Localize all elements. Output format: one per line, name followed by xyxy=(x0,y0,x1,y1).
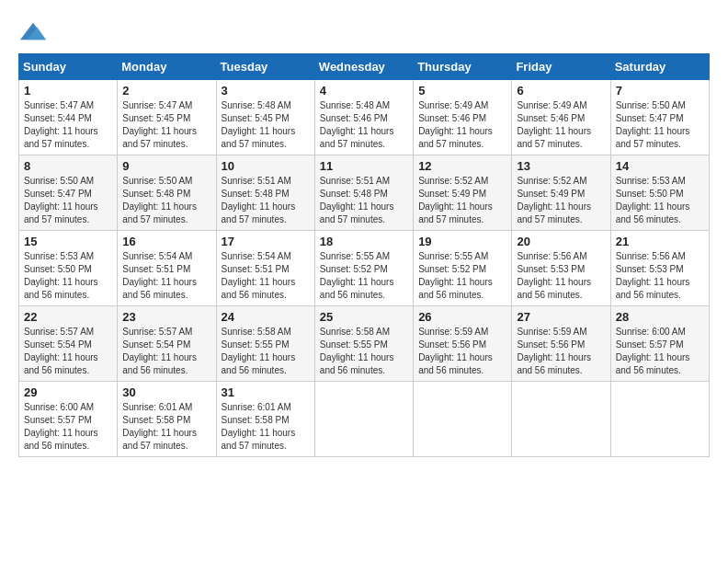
day-of-week-friday: Friday xyxy=(512,54,610,80)
day-number: 24 xyxy=(222,310,310,324)
day-number: 31 xyxy=(222,385,310,399)
calendar-cell xyxy=(414,382,512,457)
day-number: 19 xyxy=(418,235,506,248)
day-of-week-saturday: Saturday xyxy=(610,54,709,80)
day-info: Sunrise: 5:47 AMSunset: 5:45 PMDaylight:… xyxy=(122,100,197,149)
calendar-week-2: 8 Sunrise: 5:50 AMSunset: 5:47 PMDayligh… xyxy=(19,155,710,231)
calendar-cell: 26 Sunrise: 5:59 AMSunset: 5:56 PMDaylig… xyxy=(414,306,512,382)
day-number: 13 xyxy=(517,159,605,173)
calendar-cell: 21 Sunrise: 5:56 AMSunset: 5:53 PMDaylig… xyxy=(610,231,709,306)
page-header xyxy=(18,18,710,44)
day-number: 27 xyxy=(517,310,605,324)
calendar-cell: 31 Sunrise: 6:01 AMSunset: 5:58 PMDaylig… xyxy=(216,382,314,457)
day-number: 21 xyxy=(616,235,704,248)
calendar-cell: 10 Sunrise: 5:51 AMSunset: 5:48 PMDaylig… xyxy=(216,155,314,231)
day-number: 4 xyxy=(320,84,408,98)
day-number: 3 xyxy=(222,84,310,98)
calendar-cell xyxy=(512,382,610,457)
calendar-cell: 1 Sunrise: 5:47 AMSunset: 5:44 PMDayligh… xyxy=(19,80,118,155)
day-of-week-thursday: Thursday xyxy=(414,54,512,80)
day-number: 11 xyxy=(320,159,408,173)
day-info: Sunrise: 5:49 AMSunset: 5:46 PMDaylight:… xyxy=(418,100,493,149)
day-number: 28 xyxy=(616,310,704,324)
day-number: 20 xyxy=(517,235,605,248)
calendar-header: SundayMondayTuesdayWednesdayThursdayFrid… xyxy=(19,54,710,80)
day-info: Sunrise: 5:57 AMSunset: 5:54 PMDaylight:… xyxy=(24,327,98,375)
day-info: Sunrise: 5:53 AMSunset: 5:50 PMDaylight:… xyxy=(24,251,98,300)
day-info: Sunrise: 5:50 AMSunset: 5:47 PMDaylight:… xyxy=(616,100,690,149)
day-number: 8 xyxy=(24,159,112,173)
calendar-cell xyxy=(314,382,413,457)
day-info: Sunrise: 5:58 AMSunset: 5:55 PMDaylight:… xyxy=(222,327,296,375)
day-number: 2 xyxy=(122,84,210,98)
calendar-cell: 5 Sunrise: 5:49 AMSunset: 5:46 PMDayligh… xyxy=(414,80,512,155)
day-info: Sunrise: 5:51 AMSunset: 5:48 PMDaylight:… xyxy=(222,176,296,224)
calendar-cell: 22 Sunrise: 5:57 AMSunset: 5:54 PMDaylig… xyxy=(19,306,118,382)
day-number: 5 xyxy=(418,84,506,98)
calendar-cell: 20 Sunrise: 5:56 AMSunset: 5:53 PMDaylig… xyxy=(512,231,610,306)
day-number: 30 xyxy=(122,385,210,399)
day-info: Sunrise: 5:58 AMSunset: 5:55 PMDaylight:… xyxy=(320,327,394,375)
calendar-cell: 30 Sunrise: 6:01 AMSunset: 5:58 PMDaylig… xyxy=(118,382,216,457)
day-info: Sunrise: 5:54 AMSunset: 5:51 PMDaylight:… xyxy=(122,251,197,300)
day-of-week-monday: Monday xyxy=(118,54,216,80)
day-info: Sunrise: 5:51 AMSunset: 5:48 PMDaylight:… xyxy=(320,176,394,224)
calendar-cell: 8 Sunrise: 5:50 AMSunset: 5:47 PMDayligh… xyxy=(19,155,118,231)
day-info: Sunrise: 5:55 AMSunset: 5:52 PMDaylight:… xyxy=(320,251,394,300)
calendar-cell: 9 Sunrise: 5:50 AMSunset: 5:48 PMDayligh… xyxy=(118,155,216,231)
day-info: Sunrise: 5:56 AMSunset: 5:53 PMDaylight:… xyxy=(616,251,690,300)
day-of-week-tuesday: Tuesday xyxy=(216,54,314,80)
day-info: Sunrise: 5:55 AMSunset: 5:52 PMDaylight:… xyxy=(418,251,493,300)
calendar-cell: 29 Sunrise: 6:00 AMSunset: 5:57 PMDaylig… xyxy=(19,382,118,457)
day-info: Sunrise: 5:57 AMSunset: 5:54 PMDaylight:… xyxy=(122,327,197,375)
calendar-cell: 12 Sunrise: 5:52 AMSunset: 5:49 PMDaylig… xyxy=(414,155,512,231)
day-info: Sunrise: 6:00 AMSunset: 5:57 PMDaylight:… xyxy=(616,327,690,375)
calendar-cell: 13 Sunrise: 5:52 AMSunset: 5:49 PMDaylig… xyxy=(512,155,610,231)
calendar-cell: 18 Sunrise: 5:55 AMSunset: 5:52 PMDaylig… xyxy=(314,231,413,306)
logo xyxy=(18,18,46,44)
calendar-cell: 7 Sunrise: 5:50 AMSunset: 5:47 PMDayligh… xyxy=(610,80,709,155)
day-info: Sunrise: 5:53 AMSunset: 5:50 PMDaylight:… xyxy=(616,176,690,224)
day-number: 16 xyxy=(122,235,210,248)
calendar-cell: 27 Sunrise: 5:59 AMSunset: 5:56 PMDaylig… xyxy=(512,306,610,382)
calendar-week-1: 1 Sunrise: 5:47 AMSunset: 5:44 PMDayligh… xyxy=(19,80,710,155)
calendar-week-3: 15 Sunrise: 5:53 AMSunset: 5:50 PMDaylig… xyxy=(19,231,710,306)
day-number: 1 xyxy=(24,84,112,98)
day-number: 23 xyxy=(122,310,210,324)
day-of-week-sunday: Sunday xyxy=(19,54,118,80)
day-info: Sunrise: 5:52 AMSunset: 5:49 PMDaylight:… xyxy=(517,176,591,224)
calendar-cell: 14 Sunrise: 5:53 AMSunset: 5:50 PMDaylig… xyxy=(610,155,709,231)
day-info: Sunrise: 5:50 AMSunset: 5:48 PMDaylight:… xyxy=(122,176,197,224)
day-number: 17 xyxy=(222,235,310,248)
day-number: 22 xyxy=(24,310,112,324)
day-number: 12 xyxy=(418,159,506,173)
day-number: 7 xyxy=(616,84,704,98)
day-info: Sunrise: 5:50 AMSunset: 5:47 PMDaylight:… xyxy=(24,176,98,224)
day-info: Sunrise: 5:54 AMSunset: 5:51 PMDaylight:… xyxy=(222,251,296,300)
calendar-cell: 11 Sunrise: 5:51 AMSunset: 5:48 PMDaylig… xyxy=(314,155,413,231)
calendar-cell xyxy=(610,382,709,457)
calendar-cell: 19 Sunrise: 5:55 AMSunset: 5:52 PMDaylig… xyxy=(414,231,512,306)
day-info: Sunrise: 5:49 AMSunset: 5:46 PMDaylight:… xyxy=(517,100,591,149)
day-info: Sunrise: 5:56 AMSunset: 5:53 PMDaylight:… xyxy=(517,251,591,300)
day-number: 18 xyxy=(320,235,408,248)
calendar-cell: 28 Sunrise: 6:00 AMSunset: 5:57 PMDaylig… xyxy=(610,306,709,382)
day-info: Sunrise: 6:01 AMSunset: 5:58 PMDaylight:… xyxy=(122,402,197,451)
day-info: Sunrise: 6:01 AMSunset: 5:58 PMDaylight:… xyxy=(222,402,296,451)
calendar-cell: 17 Sunrise: 5:54 AMSunset: 5:51 PMDaylig… xyxy=(216,231,314,306)
day-info: Sunrise: 5:59 AMSunset: 5:56 PMDaylight:… xyxy=(418,327,493,375)
day-number: 26 xyxy=(418,310,506,324)
calendar-cell: 3 Sunrise: 5:48 AMSunset: 5:45 PMDayligh… xyxy=(216,80,314,155)
day-number: 6 xyxy=(517,84,605,98)
calendar-cell: 24 Sunrise: 5:58 AMSunset: 5:55 PMDaylig… xyxy=(216,306,314,382)
day-number: 15 xyxy=(24,235,112,248)
day-info: Sunrise: 5:52 AMSunset: 5:49 PMDaylight:… xyxy=(418,176,493,224)
day-info: Sunrise: 5:59 AMSunset: 5:56 PMDaylight:… xyxy=(517,327,591,375)
day-number: 10 xyxy=(222,159,310,173)
calendar-cell: 6 Sunrise: 5:49 AMSunset: 5:46 PMDayligh… xyxy=(512,80,610,155)
calendar-week-5: 29 Sunrise: 6:00 AMSunset: 5:57 PMDaylig… xyxy=(19,382,710,457)
day-of-week-wednesday: Wednesday xyxy=(314,54,413,80)
day-number: 25 xyxy=(320,310,408,324)
calendar-cell: 2 Sunrise: 5:47 AMSunset: 5:45 PMDayligh… xyxy=(118,80,216,155)
day-number: 29 xyxy=(24,385,112,399)
